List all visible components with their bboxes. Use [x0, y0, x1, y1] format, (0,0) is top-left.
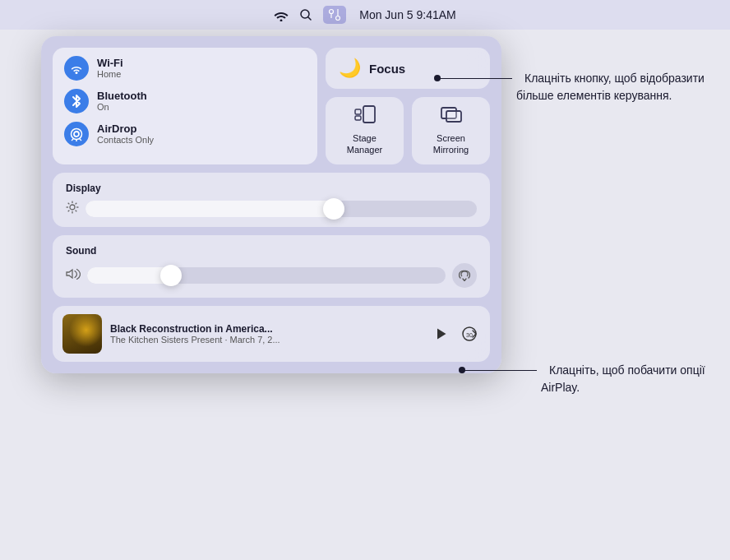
volume-thumb[interactable] [160, 265, 182, 286]
svg-text:30: 30 [466, 332, 473, 338]
airplay-button[interactable] [452, 263, 477, 288]
svg-point-2 [330, 10, 334, 14]
svg-line-11 [80, 139, 82, 141]
wifi-title: Wi-Fi [97, 57, 123, 70]
airplay-annotation: Клацніть, щоб побачити опції AirPlay. [541, 362, 705, 396]
wifi-subtitle: Home [97, 69, 123, 80]
airdrop-text: AirDrop Contacts Only [97, 123, 154, 146]
svg-line-24 [68, 211, 70, 212]
now-playing-text: Black Reconstruction in America... The K… [110, 323, 423, 345]
bottom-right-row: StageManager ScreenMirroring [326, 97, 490, 164]
svg-point-7 [74, 132, 79, 137]
control-center-panel: Wi-Fi Home Bluetooth On [41, 36, 501, 373]
airdrop-item[interactable]: AirDrop Contacts Only [64, 122, 306, 146]
svg-rect-13 [355, 109, 361, 114]
focus-icon: 🌙 [339, 58, 361, 79]
bluetooth-subtitle: On [97, 102, 147, 113]
stage-manager-block[interactable]: StageManager [326, 97, 404, 164]
brightness-slider-container [66, 201, 477, 217]
media-controls: 30 [431, 323, 480, 345]
stage-manager-label: StageManager [347, 132, 382, 156]
volume-icon [66, 268, 81, 282]
album-art [62, 314, 102, 354]
sound-section: Sound [53, 235, 490, 298]
wifi-icon [64, 56, 89, 81]
menubar-icons [274, 6, 346, 24]
menubar: Mon Jun 5 9:41AM [0, 0, 730, 30]
sound-row [66, 263, 477, 288]
svg-line-25 [76, 203, 77, 205]
control-center-icon[interactable] [323, 6, 346, 24]
screen-mirroring-block[interactable]: ScreenMirroring [412, 97, 490, 164]
focus-block[interactable]: 🌙 Focus [326, 48, 490, 89]
bluetooth-item[interactable]: Bluetooth On [64, 89, 306, 113]
svg-rect-12 [363, 106, 375, 123]
brightness-thumb[interactable] [323, 198, 344, 220]
wifi-item[interactable]: Wi-Fi Home [64, 56, 306, 81]
svg-line-1 [308, 17, 311, 20]
now-playing-title: Black Reconstruction in America... [110, 323, 423, 335]
focus-label: Focus [369, 62, 405, 76]
focus-annotation-text: Клацніть кнопку, щоб відобразити більше … [516, 72, 705, 102]
focus-annotation: Клацніть кнопку, щоб відобразити більше … [516, 70, 705, 104]
svg-point-17 [70, 205, 75, 210]
album-art-image [62, 314, 102, 354]
display-section: Display [53, 173, 490, 227]
now-playing-block: Black Reconstruction in America... The K… [53, 306, 490, 362]
svg-line-23 [76, 211, 77, 212]
brightness-icon [66, 201, 79, 216]
airplay-annotation-text: Клацніть, щоб побачити опції AirPlay. [541, 363, 705, 394]
svg-line-10 [72, 139, 74, 141]
svg-point-8 [72, 129, 82, 140]
bluetooth-icon [64, 89, 89, 113]
svg-rect-16 [446, 111, 461, 122]
screen-mirroring-icon [441, 105, 462, 128]
airdrop-icon [64, 122, 89, 146]
svg-rect-14 [355, 116, 361, 120]
screen-mirroring-label: ScreenMirroring [433, 132, 469, 156]
menubar-datetime: Mon Jun 5 9:41AM [359, 8, 456, 21]
brightness-slider[interactable] [85, 201, 477, 217]
top-row: Wi-Fi Home Bluetooth On [53, 48, 490, 164]
wifi-text: Wi-Fi Home [97, 57, 123, 81]
right-blocks: 🌙 Focus StageManager [326, 48, 490, 164]
now-playing-artist: The Kitchen Sisters Present · March 7, 2… [110, 335, 423, 345]
search-menubar-icon[interactable] [300, 9, 312, 21]
svg-point-4 [336, 16, 340, 21]
connectivity-block: Wi-Fi Home Bluetooth On [53, 48, 317, 164]
play-button[interactable] [431, 323, 452, 345]
sound-label: Sound [66, 245, 477, 257]
airdrop-title: AirDrop [97, 123, 154, 136]
stage-manager-icon [354, 105, 376, 128]
wifi-menubar-icon[interactable] [274, 9, 289, 21]
airdrop-subtitle: Contacts Only [97, 135, 154, 146]
bluetooth-title: Bluetooth [97, 90, 147, 103]
bluetooth-text: Bluetooth On [97, 90, 147, 113]
volume-slider[interactable] [87, 267, 446, 284]
svg-line-22 [68, 203, 70, 205]
display-label: Display [66, 183, 477, 194]
svg-point-6 [76, 72, 78, 74]
skip-forward-button[interactable]: 30 [459, 323, 480, 345]
